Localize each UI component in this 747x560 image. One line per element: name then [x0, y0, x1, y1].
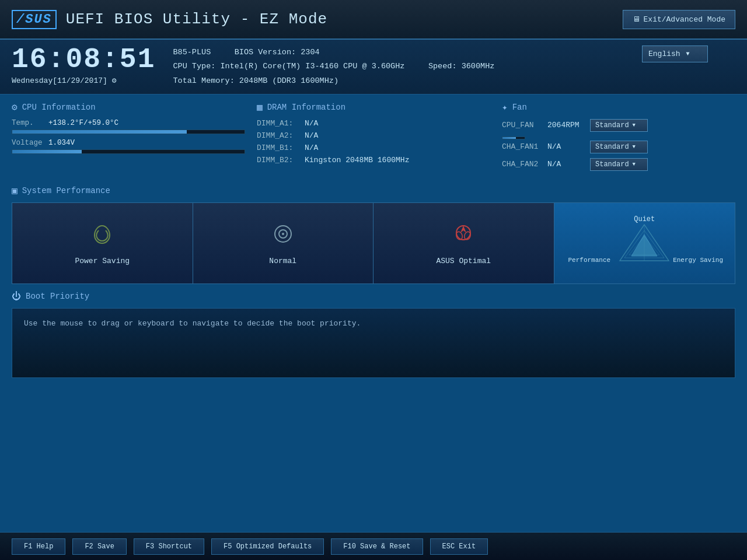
power-saving-icon [88, 221, 117, 252]
f3-shortcut-button[interactable]: F3 Shortcut [134, 538, 204, 555]
cpu-section-header: ⚙ CPU Information [12, 102, 245, 113]
performance-grid: Power Saving Normal [12, 202, 735, 284]
dimm-a1-row: DIMM_A1: N/A [257, 119, 490, 128]
header: /SUS UEFI BIOS Utility - EZ Mode 🖥 Exit/… [0, 0, 747, 40]
cha-fan2-speed: N/A [547, 160, 585, 169]
cha-fan2-mode-dropdown[interactable]: Standard [590, 158, 648, 171]
dimm-b1-value: N/A [305, 144, 318, 152]
dimm-a2-row: DIMM_A2: N/A [257, 131, 490, 140]
boot-description: Use the mouse to drag or keyboard to nav… [24, 319, 361, 328]
dram-section: ▦ DRAM Information DIMM_A1: N/A DIMM_A2:… [257, 102, 490, 176]
cpu-fan-speed: 2064RPM [547, 121, 585, 130]
performance-section-header: ▣ System Performance [12, 185, 735, 197]
dram-icon: ▦ [257, 102, 263, 113]
language-section[interactable]: English [642, 46, 735, 62]
mb-info: B85-PLUS BIOS Version: 2304 [173, 46, 624, 60]
gear-icon[interactable]: ⚙ [112, 76, 117, 85]
dimm-b2-label: DIMM_B2: [257, 156, 298, 164]
cha-fan1-label: CHA_FAN1 [502, 142, 543, 151]
boot-icon: ⏻ [12, 291, 21, 302]
energy-saving-label: Energy Saving [673, 257, 723, 264]
dimm-a1-value: N/A [305, 119, 318, 128]
quiet-label: Quiet [634, 215, 655, 223]
f2-save-button[interactable]: F2 Save [72, 538, 126, 555]
asus-optimal-label: ASUS Optimal [436, 257, 491, 265]
dimm-a2-label: DIMM_A2: [257, 131, 298, 140]
fan-section: ✦ Fan CPU_FAN 2064RPM Standard CHA_FAN1 … [502, 102, 735, 176]
header-title: UEFI BIOS Utility - EZ Mode [66, 10, 327, 28]
asus-logo: /SUS [12, 10, 57, 29]
cpu-fan-label: CPU_FAN [502, 121, 543, 130]
dimm-b1-row: DIMM_B1: N/A [257, 144, 490, 152]
dimm-a1-label: DIMM_A1: [257, 119, 298, 128]
date-line: Wednesday[11/29/2017] ⚙ [12, 76, 155, 85]
power-saving-option[interactable]: Power Saving [12, 203, 193, 284]
cha-fan2-label: CHA_FAN2 [502, 160, 543, 169]
dimm-b2-value: Kingston 2048MB 1600MHz [305, 156, 409, 164]
cpu-info: CPU Type: Intel(R) Core(TM) I3-4160 CPU … [173, 60, 624, 74]
info-bar: 16:08:51 Wednesday[11/29/2017] ⚙ B85-PLU… [0, 40, 747, 94]
header-left: /SUS UEFI BIOS Utility - EZ Mode [12, 10, 327, 29]
normal-label: Normal [269, 257, 296, 265]
monitor-icon: 🖥 [633, 15, 640, 24]
f5-defaults-button[interactable]: F5 Optimized Defaults [211, 538, 324, 555]
cha-fan2-row: CHA_FAN2 N/A Standard [502, 158, 735, 171]
performance-triangle-svg [615, 220, 673, 267]
date-text: Wednesday[11/29/2017] [12, 76, 107, 85]
clock: 16:08:51 [12, 46, 155, 74]
temp-row: Temp. +138.2°F/+59.0°C [12, 119, 245, 127]
svg-point-2 [282, 233, 284, 235]
performance-label: Performance [568, 257, 611, 264]
dimm-b2-row: DIMM_B2: Kingston 2048MB 1600MHz [257, 156, 490, 164]
clock-section: 16:08:51 Wednesday[11/29/2017] ⚙ [12, 46, 155, 85]
performance-icon: ▣ [12, 185, 18, 197]
performance-chart: Quiet Perfor [564, 212, 726, 274]
volt-progress-fill [12, 150, 82, 153]
boot-content: Use the mouse to drag or keyboard to nav… [12, 308, 735, 378]
temp-label: Temp. [12, 119, 44, 127]
performance-section: ▣ System Performance Power Saving [12, 185, 735, 284]
cpu-fan-row: CPU_FAN 2064RPM Standard [502, 119, 735, 139]
cha-fan1-mode-dropdown[interactable]: Standard [590, 141, 648, 153]
main-content: ⚙ CPU Information Temp. +138.2°F/+59.0°C… [0, 94, 747, 385]
bottom-bar: F1 Help F2 Save F3 Shortcut F5 Optimized… [0, 532, 747, 560]
voltage-value: 1.034V [48, 139, 75, 147]
fan-section-header: ✦ Fan [502, 102, 735, 113]
f1-help-button[interactable]: F1 Help [12, 538, 65, 555]
memory-info: Total Memory: 2048MB (DDR3 1600MHz) [173, 74, 624, 88]
asus-optimal-option[interactable]: ASUS Optimal [374, 203, 554, 284]
asus-optimal-icon [449, 221, 478, 252]
f10-save-reset-button[interactable]: F10 Save & Reset [331, 538, 423, 555]
language-dropdown[interactable]: English [642, 46, 708, 62]
normal-option[interactable]: Normal [193, 203, 374, 284]
cpu-fan-info: CPU_FAN 2064RPM Standard [502, 119, 735, 132]
dram-section-header: ▦ DRAM Information [257, 102, 490, 113]
fan-icon: ✦ [502, 102, 508, 113]
cpu-fan-bar [502, 136, 525, 139]
performance-chart-option[interactable]: Quiet Perfor [554, 203, 735, 284]
temp-progress-fill [12, 130, 187, 134]
voltage-label: Voltage [12, 139, 44, 147]
cpu-section: ⚙ CPU Information Temp. +138.2°F/+59.0°C… [12, 102, 245, 176]
normal-icon [268, 221, 298, 252]
temp-progress-bar [12, 130, 245, 134]
power-saving-label: Power Saving [75, 257, 130, 265]
temp-value: +138.2°F/+59.0°C [48, 119, 118, 127]
esc-exit-button[interactable]: ESC Exit [430, 538, 488, 555]
system-info: B85-PLUS BIOS Version: 2304 CPU Type: In… [173, 46, 624, 88]
cpu-fan-fill [502, 137, 516, 139]
cha-fan1-row: CHA_FAN1 N/A Standard [502, 141, 735, 153]
voltage-row: Voltage 1.034V [12, 139, 245, 147]
volt-progress-bar [12, 149, 245, 154]
exit-advanced-button[interactable]: 🖥 Exit/Advanced Mode [623, 10, 735, 29]
dimm-b1-label: DIMM_B1: [257, 144, 298, 152]
cpu-fan-mode-dropdown[interactable]: Standard [590, 119, 648, 132]
cha-fan1-speed: N/A [547, 142, 585, 151]
boot-section: ⏻ Boot Priority Use the mouse to drag or… [12, 291, 735, 378]
boot-section-header: ⏻ Boot Priority [12, 291, 735, 302]
dimm-a2-value: N/A [305, 131, 318, 140]
cpu-icon: ⚙ [12, 102, 18, 113]
